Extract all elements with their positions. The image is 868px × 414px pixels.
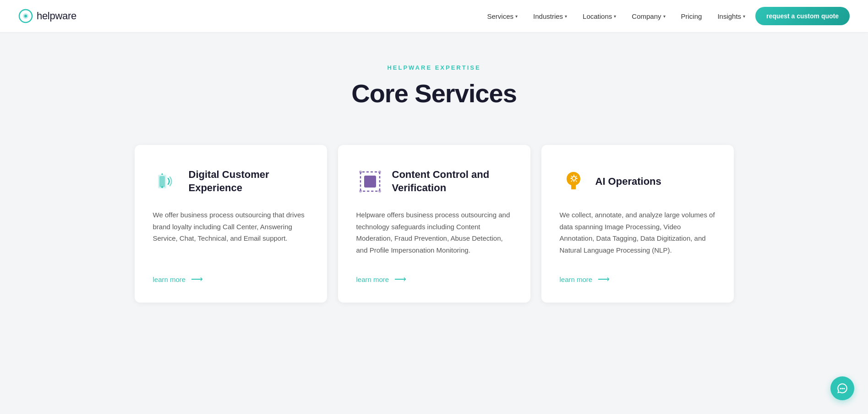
hero-title: Core Services xyxy=(9,78,859,108)
svg-rect-17 xyxy=(570,178,572,179)
nav-item-pricing[interactable]: Pricing xyxy=(676,9,708,24)
logo-icon xyxy=(18,9,33,23)
phone-waves-icon xyxy=(153,168,180,195)
hero-section: HELPWARE EXPERTISE Core Services xyxy=(0,32,868,127)
card-description-ai: We collect, annotate, and analyze large … xyxy=(560,209,715,256)
nav-item-industries[interactable]: Industries ▾ xyxy=(528,9,573,24)
svg-point-11 xyxy=(378,190,381,193)
svg-point-14 xyxy=(573,177,575,180)
ai-operations-icon xyxy=(560,168,587,195)
nav-link-services[interactable]: Services ▾ xyxy=(482,9,524,24)
learn-more-ccv[interactable]: learn more ⟶ xyxy=(356,274,512,284)
card-header: Content Control and Verification xyxy=(356,168,512,195)
card-description-ccv: Helpware offers business process outsour… xyxy=(356,209,512,256)
navbar: helpware Services ▾ Industries ▾ Locatio… xyxy=(0,0,868,32)
nav-item-insights[interactable]: Insights ▾ xyxy=(712,9,751,24)
logo-link[interactable]: helpware xyxy=(18,9,76,23)
svg-point-10 xyxy=(359,190,362,193)
nav-item-locations[interactable]: Locations ▾ xyxy=(577,9,622,24)
card-ai-operations: AI Operations We collect, annotate, and … xyxy=(541,145,734,303)
chevron-down-icon: ▾ xyxy=(663,14,666,19)
nav-item-company[interactable]: Company ▾ xyxy=(626,9,671,24)
card-digital-customer-experience: Digital Customer Experience We offer bus… xyxy=(135,145,327,303)
learn-more-ai[interactable]: learn more ⟶ xyxy=(560,274,715,284)
chevron-down-icon: ▾ xyxy=(614,14,616,19)
svg-rect-15 xyxy=(573,175,574,177)
chevron-down-icon: ▾ xyxy=(743,14,745,19)
svg-point-25 xyxy=(843,388,845,389)
card-title-ai: AI Operations xyxy=(595,175,661,188)
svg-point-2 xyxy=(24,15,27,17)
svg-point-23 xyxy=(840,388,841,389)
svg-point-5 xyxy=(161,186,163,188)
nav-item-cta[interactable]: request a custom quote xyxy=(755,7,850,25)
svg-point-9 xyxy=(378,171,381,173)
chevron-down-icon: ▾ xyxy=(515,14,518,19)
request-quote-button[interactable]: request a custom quote xyxy=(755,7,850,25)
cards-section: Digital Customer Experience We offer bus… xyxy=(91,127,778,330)
svg-rect-12 xyxy=(571,187,576,189)
nav-link-pricing[interactable]: Pricing xyxy=(676,9,708,24)
nav-link-company[interactable]: Company ▾ xyxy=(626,9,671,24)
chat-icon xyxy=(836,382,848,394)
svg-rect-16 xyxy=(573,180,574,182)
svg-rect-7 xyxy=(364,176,376,188)
arrow-right-icon: ⟶ xyxy=(394,274,406,284)
hero-subtitle: HELPWARE EXPERTISE xyxy=(9,64,859,71)
svg-point-8 xyxy=(359,171,362,173)
nav-links: Services ▾ Industries ▾ Locations ▾ Comp… xyxy=(482,7,850,25)
svg-rect-18 xyxy=(576,178,578,179)
card-header: Digital Customer Experience xyxy=(153,168,309,195)
arrow-right-icon: ⟶ xyxy=(191,274,203,284)
nav-item-services[interactable]: Services ▾ xyxy=(482,9,524,24)
nav-link-locations[interactable]: Locations ▾ xyxy=(577,9,622,24)
nav-link-insights[interactable]: Insights ▾ xyxy=(712,9,751,24)
card-title-ccv: Content Control and Verification xyxy=(392,168,512,194)
card-title-dce: Digital Customer Experience xyxy=(189,168,309,194)
content-control-icon xyxy=(356,168,384,195)
card-header: AI Operations xyxy=(560,168,715,195)
learn-more-dce[interactable]: learn more ⟶ xyxy=(153,274,309,284)
nav-link-industries[interactable]: Industries ▾ xyxy=(528,9,573,24)
logo-text: helpware xyxy=(37,10,76,22)
card-content-control: Content Control and Verification Helpwar… xyxy=(338,145,530,303)
card-description-dce: We offer business process outsourcing th… xyxy=(153,209,309,256)
svg-rect-4 xyxy=(159,176,165,187)
chat-bubble-button[interactable] xyxy=(830,376,854,400)
chevron-down-icon: ▾ xyxy=(565,14,567,19)
svg-point-24 xyxy=(841,388,843,389)
arrow-right-icon: ⟶ xyxy=(598,274,610,284)
